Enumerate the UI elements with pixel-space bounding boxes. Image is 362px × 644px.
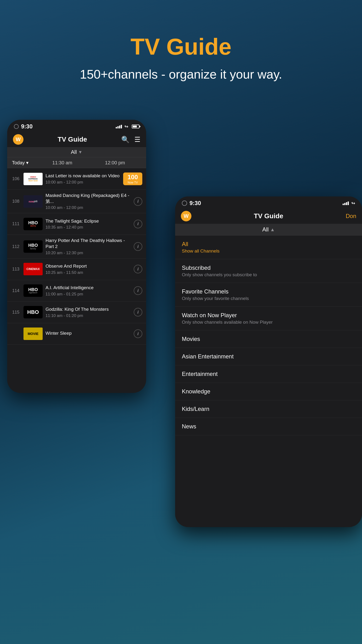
dropdown-sub-favorite: Only show your favorite channels [182,296,355,301]
channel-number-114: 114 [11,288,20,293]
channel-info-112: Harry Potter And The Deathly Hallows - P… [46,238,134,255]
filter-label-front: All [262,226,269,233]
dropdown-item-nowplayer[interactable]: Watch on Now Player Only show channels a… [175,307,362,330]
channel-time-114: 11:00 am - 01:25 pm [46,292,134,296]
now-tv-badge-106: 100 Now TV [123,172,142,185]
wifi-icon-front: ↬ [351,200,355,206]
chevron-up-icon: ▲ [270,227,275,232]
channel-logo-114: HBO signature [24,284,43,297]
status-icons-back: ↬ [116,124,140,130]
nav-bar-back: W TV Guide 🔍 ☰ [7,132,146,147]
dropdown-sub-all: Show all Channels [182,248,355,254]
channel-time-108: 10:00 am - 12:00 pm [46,205,134,210]
filter-bar-back[interactable]: All ▼ [7,147,146,158]
dropdown-title-subscribed: Subscribed [182,264,355,271]
channel-number-113: 113 [11,267,20,272]
phone-back: 9:30 ↬ W TV Guide 🔍 ☰ [7,120,146,393]
hero-subtitle: 150+channels - organize it your way. [0,67,362,82]
info-badge-movie: i [134,330,142,338]
chevron-down-icon-back: ▼ [78,150,82,155]
battery-icon-back [132,124,140,128]
dropdown-title-nowplayer: Watch on Now Player [182,312,355,319]
time-header-back: Today ▾ 11:30 am 12:00 pm [7,158,146,168]
nav-logo-front: W [181,211,192,222]
menu-icon-back[interactable]: ☰ [134,136,140,144]
time-front: 9:30 [190,200,201,206]
filter-bar-front[interactable]: All ▲ [175,224,362,236]
hero-title: TV Guide [0,34,362,60]
info-badge-114: i [134,286,142,295]
nav-bar-front: W TV Guide Don [175,208,362,224]
channel-logo-113: CINEMAX [24,263,43,275]
today-label[interactable]: Today ▾ [12,160,36,166]
channel-logo-111: HBO HITS [24,218,43,230]
channel-row-113[interactable]: 113 CINEMAX Observe And Report 10:25 am … [7,258,146,280]
channel-title-115: Godzilla: King Of The Monsters [46,306,134,312]
status-circle-back [14,124,19,129]
channel-time-113: 10:25 am - 11:50 am [46,270,134,275]
info-badge-115: i [134,308,142,316]
dropdown-title-news: News [182,423,355,430]
channel-logo-112: HBO family [24,240,43,253]
channel-number-111: 111 [11,222,20,226]
channel-row-114[interactable]: 114 HBO signature A.I. Artificial Intell… [7,280,146,302]
channel-logo-115: HBO [24,306,43,318]
channel-row-108[interactable]: 108 now jelli Masked Dancing King (Repac… [7,190,146,213]
dropdown-item-news[interactable]: News [175,418,362,435]
phones-container: 9:30 ↬ W TV Guide 🔍 ☰ [0,115,362,644]
channel-info-108: Masked Dancing King (Repackaged) E4 -第..… [46,192,134,210]
dropdown-item-entertainment[interactable]: Entertainment [175,365,362,383]
info-badge-112: i [134,242,142,251]
channel-title-106: Last Letter is now available on Video [46,173,123,179]
channel-time-111: 10:35 am - 12:40 pm [46,225,134,230]
channel-row-106[interactable]: 106 VIDEO EXPRESS RENT NOW Last Letter i… [7,168,146,190]
channel-title-111: The Twilight Saga: Eclipse [46,218,134,224]
channel-logo-movie: MOVIE [24,328,43,340]
channel-row-movie[interactable]: MOVIE Winter Sleep i [7,323,146,345]
channel-time-106: 10:00 am - 12:00 pm [46,180,123,185]
channel-info-movie: Winter Sleep [46,330,134,337]
status-bar-front: 9:30 ↬ [175,196,362,208]
channel-info-114: A.I. Artificial Intelligence 11:00 am - … [46,285,134,296]
channel-number-108: 108 [11,199,20,204]
channel-title-114: A.I. Artificial Intelligence [46,285,134,291]
dropdown-item-subscribed[interactable]: Subscribed Only show channels you subscr… [175,259,362,283]
dropdown-title-entertainment: Entertainment [182,371,355,377]
channel-info-113: Observe And Report 10:25 am - 11:50 am [46,263,134,275]
channel-info-106: Last Letter is now available on Video 10… [46,173,123,185]
filter-label-back: All [71,149,77,155]
info-badge-113: i [134,265,142,273]
channel-row-112[interactable]: 112 HBO family Harry Potter And The Deat… [7,235,146,258]
channel-row-111[interactable]: 111 HBO HITS The Twilight Saga: Eclipse … [7,213,146,235]
dropdown-item-all[interactable]: All Show all Channels [175,236,362,259]
done-button[interactable]: Don [346,213,356,220]
channel-row-115[interactable]: 115 HBO Godzilla: King Of The Monsters 1… [7,302,146,323]
status-circle-front [182,200,187,206]
dropdown-item-knowledge[interactable]: Knowledge [175,383,362,400]
nav-title-front: TV Guide [254,212,284,220]
channel-time-112: 10:20 am - 12:30 pm [46,250,134,256]
dropdown-title-asian: Asian Entertainment [182,353,355,360]
channel-title-112: Harry Potter And The Deathly Hallows - P… [46,238,134,250]
dropdown-title-movies: Movies [182,336,355,342]
channel-info-111: The Twilight Saga: Eclipse 10:35 am - 12… [46,218,134,230]
dropdown-item-favorite[interactable]: Favorite Channels Only show your favorit… [175,283,362,307]
dropdown-item-asian[interactable]: Asian Entertainment [175,348,362,365]
channel-logo-108: now jelli [24,195,43,208]
nav-icons-back: 🔍 ☰ [121,136,140,144]
signal-icon-back [116,125,122,128]
search-icon-back[interactable]: 🔍 [121,136,130,144]
status-icons-front: ↬ [342,200,355,206]
signal-icon-front [342,202,349,205]
dropdown-item-kids[interactable]: Kids/Learn [175,400,362,418]
dropdown-title-knowledge: Knowledge [182,388,355,395]
info-badge-111: i [134,220,142,228]
dropdown-item-movies[interactable]: Movies [175,330,362,348]
channel-logo-106: VIDEO EXPRESS RENT NOW [24,173,43,185]
channel-info-115: Godzilla: King Of The Monsters 11:10 am … [46,306,134,318]
now-tv-number: 100 [128,174,138,181]
channel-title-108: Masked Dancing King (Repackaged) E4 -第..… [46,192,134,204]
time-back: 9:30 [21,123,32,130]
nav-title-back: TV Guide [58,136,87,143]
channel-time-115: 11:10 am - 01:20 pm [46,314,134,318]
